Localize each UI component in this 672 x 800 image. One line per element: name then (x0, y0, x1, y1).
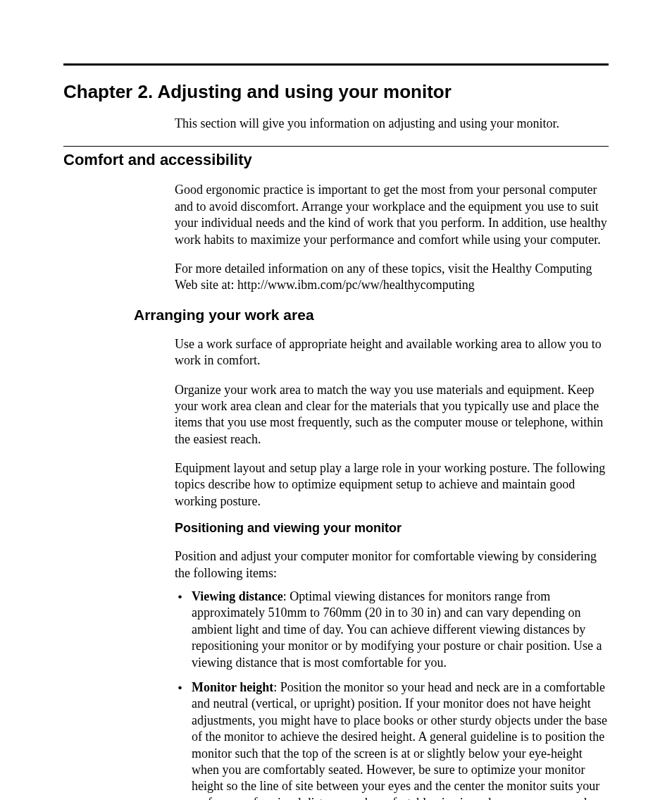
body-paragraph: Use a work surface of appropriate height… (175, 336, 609, 369)
horizontal-rule-thick (63, 63, 609, 66)
body-paragraph: Position and adjust your computer monito… (175, 548, 609, 581)
bullet-text: : Position the monitor so your head and … (192, 680, 607, 800)
document-page: Chapter 2. Adjusting and using your moni… (0, 0, 672, 800)
body-paragraph: Equipment layout and setup play a large … (175, 460, 609, 510)
horizontal-rule-thin (63, 146, 609, 147)
section-heading-comfort: Comfort and accessibility (63, 151, 609, 169)
body-paragraph: Organize your work area to match the way… (175, 382, 609, 448)
bullet-label: Viewing distance (192, 589, 283, 603)
bullet-label: Monitor height (192, 680, 273, 694)
chapter-title: Chapter 2. Adjusting and using your moni… (63, 81, 609, 103)
bullet-list: Viewing distance: Optimal viewing distan… (175, 589, 609, 800)
subsection-heading-arranging: Arranging your work area (134, 307, 609, 324)
body-paragraph: For more detailed information on any of … (175, 261, 609, 294)
body-paragraph: Good ergonomic practice is important to … (175, 182, 609, 248)
list-item: Viewing distance: Optimal viewing distan… (175, 589, 609, 671)
list-item: Monitor height: Position the monitor so … (175, 679, 609, 800)
subsubsection-heading-positioning: Positioning and viewing your monitor (175, 521, 609, 536)
chapter-intro: This section will give you information o… (175, 116, 609, 132)
